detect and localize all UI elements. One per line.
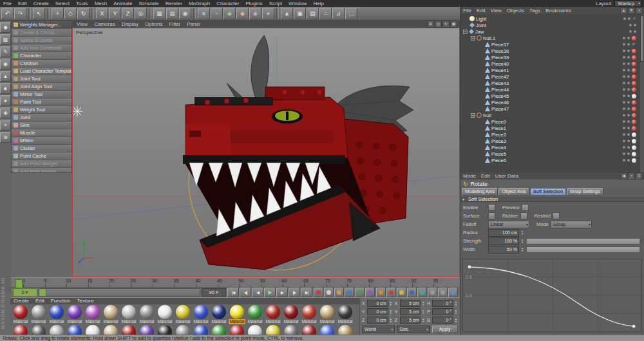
render-visibility-dot[interactable] [627,43,630,46]
texture-tag[interactable] [632,68,636,73]
timeline-toggle-8[interactable] [448,288,458,297]
material-item[interactable]: Material [138,325,156,335]
material-item[interactable]: Material [48,305,66,324]
timeline-tick[interactable]: 85 [390,279,412,287]
timeline-tick[interactable]: 95 [433,279,455,287]
menu-select[interactable]: Select [52,0,73,7]
render-visibility-dot[interactable] [627,133,630,136]
soft-selection-section-header[interactable]: Soft Selection [460,196,644,202]
om-menu-file[interactable]: File [460,7,474,14]
material-item[interactable]: Material [84,305,102,324]
tree-row-null-1[interactable]: −Null.1 [460,35,644,41]
rubber-checkbox[interactable] [520,212,527,219]
live-selection-button[interactable]: ↖ [33,8,45,19]
material-menu-create[interactable]: Create [10,298,32,304]
editor-visibility-dot[interactable] [623,140,625,142]
texture-mode-button[interactable]: ▤ [307,8,319,19]
curve-point-start[interactable] [468,265,471,268]
material-item[interactable]: Material [282,305,300,324]
coord-value-field[interactable]: 0 ° [432,300,453,307]
material-item[interactable]: Material [192,305,210,324]
scale-button[interactable]: ◇ [64,8,77,19]
timeline-toggle-5[interactable] [417,288,427,297]
width-field[interactable]: 50 % [488,246,519,253]
timeline-tick[interactable]: 70 [325,279,347,287]
editor-visibility-dot[interactable] [623,88,625,91]
timeline-tick[interactable]: 60 [282,279,304,287]
texture-tag[interactable] [632,88,636,92]
editor-visibility-dot[interactable] [623,82,625,84]
coord-spinner[interactable]: ▲▼ [422,318,425,323]
model-mode-button[interactable]: ▣ [294,8,306,19]
render-settings-button[interactable]: ◉ [179,8,191,19]
points-mode-icon[interactable]: ▲ [0,71,11,82]
command-cluster[interactable]: Cluster [12,145,71,152]
coord-value-field[interactable]: 0 ° [432,317,453,324]
radius-spinner[interactable]: ▲▼ [521,230,524,235]
material-item[interactable]: Material [120,305,138,324]
coord-value-field[interactable]: 0 cm [367,300,388,307]
menu-plugins[interactable]: Plugins [242,0,265,7]
material-item[interactable]: Material [246,325,264,335]
autokey-pla-button[interactable] [365,288,375,297]
render-visibility-dot[interactable] [627,37,630,39]
current-frame-field[interactable]: 0 F [13,288,37,297]
material-item[interactable]: Material [30,325,48,335]
menu-file[interactable]: File [0,0,15,7]
editor-visibility-dot[interactable] [623,127,625,129]
command-mirror-tool[interactable]: Mirror Tool [12,91,71,98]
timeline-tick[interactable]: 15 [88,279,109,287]
command-weight-tool[interactable]: Weight Tool [12,106,71,114]
menu-help[interactable]: Help [310,0,327,7]
apply-button[interactable]: Apply [432,326,458,333]
viewport-menu-options[interactable]: Options [142,21,166,27]
texture-tag[interactable] [632,62,636,66]
goto-end-button[interactable]: ▶| [301,288,312,297]
editor-visibility-dot[interactable] [623,101,625,104]
material-item[interactable]: Material [228,305,246,324]
mode-select[interactable]: Group [551,221,592,228]
back-icon[interactable]: ◀ [620,172,627,180]
render-visibility-dot[interactable] [627,140,630,142]
material-item[interactable]: Material [210,305,228,324]
menu-window[interactable]: Window [285,0,310,7]
timeline-toggle-3[interactable] [397,288,406,297]
render-visibility-dot[interactable] [627,62,630,65]
width-spinner[interactable]: ▲▼ [521,247,524,252]
add-deformer-button[interactable]: ◆ [249,8,261,19]
render-visibility-dot[interactable] [627,82,630,84]
editor-visibility-dot[interactable] [623,50,625,52]
polygons-mode-icon[interactable]: ● [0,95,11,106]
pan-view-icon[interactable]: ⊕ [427,21,434,28]
move-button[interactable]: + [52,8,64,19]
command-add-iron-constraint[interactable]: Add Iron Constraint [12,44,71,52]
tree-row-piece38[interactable]: Piece38 [460,48,644,54]
render-visibility-dot[interactable] [627,120,630,123]
material-item[interactable]: Material [102,325,120,335]
convert-icon[interactable]: ◆ [0,22,11,33]
material-menu-edit[interactable]: Edit [32,298,48,304]
timeline-tick[interactable]: 90 [412,279,433,287]
timeline-tick[interactable]: 45 [217,279,239,287]
tab-soft-selection[interactable]: Soft Selection [530,188,566,196]
coord-spinner[interactable]: ▲▼ [422,301,425,306]
expander-icon[interactable]: − [471,113,475,118]
render-visibility-dot[interactable] [627,127,630,129]
timeline-tick[interactable]: 40 [195,279,217,287]
polygons-mode-button[interactable]: ⬚ [345,8,357,19]
material-item[interactable]: Material [210,325,228,335]
timeline-ruler[interactable]: 05101520253035404550556065707580859095 [11,277,460,288]
render-visibility-dot[interactable] [627,75,630,78]
end-frame-field[interactable]: 90 F [202,288,226,297]
prev-key-button[interactable]: ◀| [240,288,251,297]
menu-create[interactable]: Create [30,0,52,7]
scrollbar-thumb[interactable] [640,15,644,62]
material-item[interactable]: Material [264,325,282,335]
coord-value-field[interactable]: 0 cm [367,317,388,324]
width-slider[interactable] [526,246,640,253]
prev-frame-button[interactable]: ◀ [252,288,263,297]
tree-row-piece3[interactable]: Piece3 [460,138,644,144]
tab-object-axis[interactable]: Object Axis [498,188,529,196]
command-muscle[interactable]: Muscle [12,129,71,137]
texture-tag[interactable] [632,49,636,53]
